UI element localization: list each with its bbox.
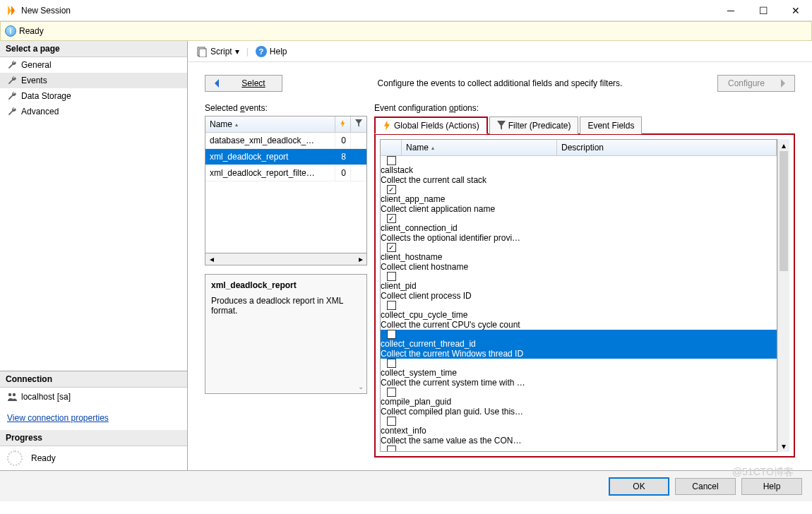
checkbox-column-header[interactable] — [381, 140, 402, 155]
field-name-cell: context_info — [381, 426, 536, 436]
field-checkbox[interactable]: ✓ — [387, 243, 396, 252]
field-desc-cell: Collect the current call stack — [381, 175, 777, 185]
field-checkbox[interactable] — [387, 330, 396, 339]
filter-column-header[interactable] — [351, 116, 366, 132]
field-row[interactable]: ✓client_app_nameCollect client applicati… — [381, 185, 777, 214]
field-name-cell: collect_system_time — [381, 368, 536, 378]
event-count-cell: 0 — [335, 133, 351, 148]
svg-marker-1 — [11, 6, 15, 16]
field-row[interactable]: ✓client_hostnameCollect client hostname — [381, 243, 777, 272]
people-icon — [7, 392, 17, 402]
chevron-left-icon — [214, 79, 220, 88]
field-row[interactable]: callstackCollect the current call stack — [381, 156, 777, 185]
back-select-button[interactable]: Select — [205, 75, 282, 92]
field-name-cell: client_connection_id — [381, 223, 536, 233]
field-row[interactable]: collect_current_thread_idCollect the cur… — [381, 330, 777, 359]
selected-event-row[interactable]: xml_deadlock_report_filte…0 — [205, 165, 366, 181]
scroll-up-icon[interactable]: ▴ — [778, 139, 789, 151]
field-row[interactable]: compile_plan_guidCollect compiled plan g… — [381, 388, 777, 417]
tab-global-fields[interactable]: Global Fields (Actions) — [374, 116, 488, 134]
svg-rect-5 — [199, 49, 206, 57]
sidebar-item-general[interactable]: General — [0, 57, 187, 73]
field-row[interactable]: collect_cpu_cycle_timeCollect the curren… — [381, 301, 777, 330]
config-options-label: Event configuration options: — [374, 103, 795, 113]
instruction-text: Configure the events to collect addition… — [297, 78, 703, 88]
selected-events-name-header[interactable]: Name▴ — [205, 116, 335, 132]
bolt-column-header[interactable] — [335, 116, 351, 132]
titlebar: New Session ─ ☐ ✕ — [0, 0, 812, 21]
tab-event-fields[interactable]: Event Fields — [580, 116, 642, 134]
field-row[interactable]: ✓client_connection_idCollects the option… — [381, 214, 777, 243]
sidebar-item-data-storage[interactable]: Data Storage — [0, 88, 187, 104]
scroll-thumb[interactable] — [780, 151, 788, 271]
field-desc-cell: Collect client application name — [381, 204, 777, 214]
event-name-cell: xml_deadlock_report — [205, 149, 335, 165]
field-row[interactable]: client_pidCollect client process ID — [381, 272, 777, 301]
svg-marker-0 — [8, 6, 11, 16]
field-checkbox[interactable]: ✓ — [387, 185, 396, 194]
view-connection-properties-link[interactable]: View connection properties — [0, 406, 187, 430]
field-row[interactable]: cpu_idCollect current CPU ID — [381, 446, 777, 451]
scroll-left-icon[interactable]: ◂ — [205, 253, 217, 265]
field-desc-header[interactable]: Description — [557, 140, 777, 155]
help-dialog-button[interactable]: Help — [741, 478, 802, 495]
field-name-cell: client_hostname — [381, 252, 536, 262]
wrench-icon — [7, 91, 17, 101]
field-checkbox[interactable] — [387, 417, 396, 426]
cancel-button[interactable]: Cancel — [675, 478, 736, 495]
field-checkbox[interactable] — [387, 446, 396, 451]
sort-asc-icon: ▴ — [431, 145, 434, 151]
help-button[interactable]: ? Help — [253, 44, 290, 59]
svg-point-3 — [13, 393, 16, 396]
field-name-cell: collect_current_thread_id — [381, 339, 536, 349]
field-name-cell: client_app_name — [381, 194, 536, 204]
field-name-cell: client_pid — [381, 281, 536, 291]
chevron-right-icon — [780, 79, 786, 88]
selected-event-row[interactable]: database_xml_deadlock_…0 — [205, 133, 366, 149]
svg-point-2 — [8, 393, 11, 396]
field-desc-cell: Collect the current Windows thread ID — [381, 349, 777, 359]
field-checkbox[interactable] — [387, 272, 396, 281]
tab-filter[interactable]: Filter (Predicate) — [489, 116, 579, 134]
select-page-header: Select a page — [0, 41, 187, 57]
field-row[interactable]: collect_system_timeCollect the current s… — [381, 359, 777, 388]
field-desc-cell: Collect the current CPU's cycle count — [381, 320, 777, 330]
event-count-cell: 0 — [335, 165, 351, 181]
script-button[interactable]: Script ▾ — [193, 44, 242, 59]
field-name-header[interactable]: Name▴ — [402, 140, 557, 155]
field-desc-cell: Collect compiled plan guid. Use this… — [381, 407, 777, 417]
event-count-cell: 8 — [335, 149, 351, 165]
fields-vscroll[interactable]: ▴ ▾ — [777, 139, 789, 452]
toolbar: Script ▾ | ? Help — [188, 41, 812, 62]
script-icon — [196, 46, 208, 57]
field-checkbox[interactable] — [387, 359, 396, 368]
scroll-down-icon[interactable]: ▾ — [778, 440, 789, 452]
field-desc-cell: Collect the current system time with … — [381, 378, 777, 388]
config-tabs: Global Fields (Actions) Filter (Predicat… — [374, 116, 795, 134]
ok-button[interactable]: OK — [609, 477, 669, 496]
minimize-button[interactable]: ─ — [715, 0, 747, 21]
progress-text: Ready — [31, 453, 56, 463]
sidebar-item-events[interactable]: Events — [0, 73, 187, 88]
field-checkbox[interactable]: ✓ — [387, 214, 396, 223]
connection-value: localhost [sa] — [21, 392, 71, 402]
field-name-cell: compile_plan_guid — [381, 397, 536, 407]
close-button[interactable]: ✕ — [780, 0, 812, 21]
field-row[interactable]: context_infoCollect the same value as th… — [381, 417, 777, 446]
event-detail-desc: Produces a deadlock report in XML format… — [211, 296, 361, 316]
sidebar-item-advanced[interactable]: Advanced — [0, 104, 187, 119]
selected-events-grid[interactable]: Name▴ database_xml_deadlock_…0xml_deadlo… — [205, 116, 367, 253]
event-detail-box: xml_deadlock_report Produces a deadlock … — [205, 274, 367, 394]
svg-marker-10 — [384, 121, 390, 131]
selected-events-hscroll[interactable]: ◂ ▸ — [205, 253, 367, 265]
scroll-right-icon[interactable]: ▸ — [354, 253, 366, 265]
field-checkbox[interactable] — [387, 388, 396, 397]
chevron-down-icon[interactable]: ⌄ — [358, 383, 364, 390]
selected-event-row[interactable]: xml_deadlock_report8 — [205, 149, 366, 165]
global-fields-grid[interactable]: Name▴ Description callstackCollect the c… — [380, 139, 777, 452]
field-checkbox[interactable] — [387, 301, 396, 310]
dropdown-icon: ▾ — [235, 47, 239, 56]
field-checkbox[interactable] — [387, 156, 396, 165]
nav-list: GeneralEventsData StorageAdvanced — [0, 57, 187, 119]
maximize-button[interactable]: ☐ — [747, 0, 780, 21]
